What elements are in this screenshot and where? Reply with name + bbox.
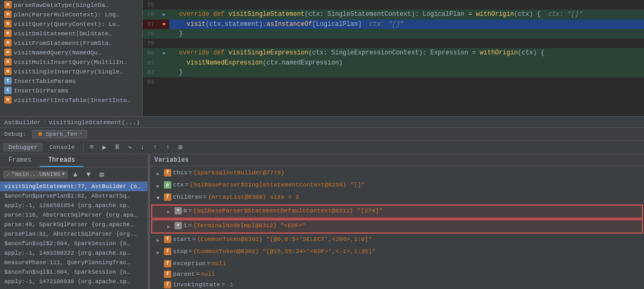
variables-list: ▶fthis = {SparkSqlAstBuilder@7778}▶pctx … <box>150 166 644 289</box>
line-marker: ● <box>159 20 169 29</box>
var-value: {CommonToken@8301} "[@0,0:5='SELECT',<20… <box>197 235 372 244</box>
file-tree-item[interactable]: mplan(ParserRuleContext): Log… <box>0 10 142 19</box>
toolbar-btn-menu[interactable]: ≡ <box>86 142 98 153</box>
frame-item[interactable]: $anonfun$parsePlan$1:82, AbstractSq… <box>0 191 148 201</box>
tab-console[interactable]: Console <box>44 143 80 152</box>
frame-item[interactable]: parse:116, AbstractSqlParser {org.apa… <box>0 210 148 220</box>
file-tree-item[interactable]: mvisitDmlStatement(DmlState… <box>0 29 142 38</box>
breadcrumb-item-1: AstBuilder <box>4 119 41 126</box>
file-icon: m <box>4 30 12 37</box>
file-tree-item[interactable]: tInsertDirParams <box>0 86 142 95</box>
line-content: visit(ctx.statement).asInstanceOf[Logica… <box>169 20 644 29</box>
file-icon: m <box>4 58 12 66</box>
frame-item[interactable]: $anonfun$sql$2:604, SparkSession {o… <box>0 239 148 248</box>
var-row: fparent = null <box>150 269 644 279</box>
tab-frames[interactable]: Frames <box>0 154 40 167</box>
line-number: 80 <box>143 48 159 58</box>
var-expand-icon[interactable]: ▶ <box>167 206 174 217</box>
line-number: 83 <box>143 77 159 87</box>
var-value: {ArrayList@8300} size = 2 <box>208 192 299 202</box>
toolbar-btn-step-out[interactable]: ↑ <box>150 142 161 153</box>
var-expand-icon[interactable]: ▶ <box>157 180 164 191</box>
var-value: {TerminalNodeImpl@8312} "<EOF>" <box>193 221 306 230</box>
var-row: finvokingState = -1 <box>150 279 644 289</box>
var-equals: = <box>188 206 192 216</box>
frame-item[interactable]: apply:-1, 1268591854 {org.apache.sp… <box>0 201 148 210</box>
debug-tab[interactable]: Spark_Ten × <box>32 130 87 138</box>
thread-down-btn[interactable]: ▼ <box>82 169 94 180</box>
toolbar-btn-run-to-cursor[interactable]: ↑ <box>162 142 174 153</box>
var-type-icon: = <box>174 207 182 215</box>
toolbar-btn-pause[interactable]: ⏸ <box>112 142 123 153</box>
chevron-down-icon: ▼ <box>62 172 65 177</box>
toolbar-btn-step-over[interactable]: ↷ <box>124 142 136 153</box>
debug-controls: ✓ "main...UNNING ▼ ▲ ▼ ▤ <box>0 167 148 182</box>
file-tree-item[interactable]: mvisitQuery(QueryContext): Lo… <box>0 19 142 29</box>
code-line: 76◆ override def visitSingleStatement(ct… <box>143 10 644 20</box>
var-expand-icon[interactable]: ▶ <box>157 247 164 258</box>
frame-item[interactable]: measurePhase:111, QueryPlanningTrac… <box>0 258 148 267</box>
breadcrumb-separator: › <box>43 119 47 126</box>
var-type-icon: = <box>174 222 182 229</box>
close-icon[interactable]: × <box>79 131 82 137</box>
var-expand-icon[interactable]: ▼ <box>157 192 164 203</box>
file-icon: m <box>4 68 12 75</box>
tab-debugger[interactable]: Debugger <box>3 143 43 152</box>
var-type-icon: p <box>164 181 171 189</box>
var-name: invokingState <box>173 280 220 289</box>
thread-up-btn[interactable]: ▲ <box>69 169 81 180</box>
file-tree-item[interactable]: mvisitNamedQuery(NamedQu… <box>0 48 142 57</box>
toolbar-btn-resume[interactable]: ▶ <box>99 142 111 153</box>
toolbar-btn-evaluate[interactable]: ⊞ <box>175 142 187 153</box>
var-expand-icon[interactable]: ▶ <box>167 221 174 232</box>
file-tree-item[interactable]: mvisitMultiInsertQuery(MultilIn… <box>0 57 142 67</box>
frame-item[interactable]: apply:-1, 1483280222 {org.apache.sp… <box>0 248 148 258</box>
variables-header: Variables <box>150 154 644 166</box>
file-tree-item[interactable]: mvisitFromStatement(FromSta… <box>0 38 142 48</box>
frame-item[interactable]: visitSingleStatement:77, AstBuilder (o… <box>0 182 148 191</box>
file-icon: m <box>4 49 12 56</box>
var-expand-icon[interactable]: ▶ <box>157 235 164 246</box>
var-type-icon: f <box>164 193 171 201</box>
var-equals: = <box>207 259 210 268</box>
line-content: override def visitSingleStatement(ctx: S… <box>169 10 644 19</box>
var-type-icon: f <box>164 271 171 278</box>
frame-item[interactable]: apply:-1, 1472186938 {org.apache.sp… <box>0 277 148 286</box>
code-line: 81 visitNamedExpression(ctx.namedExpress… <box>143 58 644 68</box>
thread-filter-btn[interactable]: ▤ <box>96 169 107 180</box>
toolbar-btn-step-into[interactable]: ↓ <box>137 142 149 153</box>
var-value: {SparkSqlAstBuilder@7778} <box>194 168 285 178</box>
file-icon: m <box>4 1 12 8</box>
line-content: } <box>169 29 644 39</box>
var-row: fexception = null <box>150 258 644 269</box>
code-line: 83 <box>143 77 644 87</box>
file-icon: m <box>4 11 12 18</box>
var-equals: = <box>222 280 225 289</box>
toolbar-separator-1 <box>83 143 84 152</box>
var-name: exception <box>173 259 206 268</box>
debug-label: Debug: <box>4 130 26 137</box>
frame-item[interactable]: $anonfun$sql$1:604, SparkSession {o… <box>0 267 148 277</box>
line-number: 81 <box>143 58 159 68</box>
var-equals: = <box>189 168 192 178</box>
var-type-icon: f <box>164 169 171 176</box>
frame-item[interactable]: parse:48, SparkSqlParser {org.apache… <box>0 220 148 229</box>
line-number: 75 <box>143 0 159 10</box>
var-row: ▶fthis = {SparkSqlAstBuilder@7778} <box>150 167 644 180</box>
file-tree-item[interactable]: tInsertTableParams <box>0 76 142 86</box>
file-tree-item[interactable]: mvisitInsertIntoTable(InsertInto… <box>0 95 142 105</box>
var-expand-icon[interactable]: ▶ <box>157 168 164 179</box>
frame-item[interactable]: parsePlan:81, AbstractSqlParser {org.… <box>0 229 148 239</box>
var-expand-icon <box>157 259 164 260</box>
var-name: stop <box>173 247 188 256</box>
var-value: null <box>211 259 226 268</box>
var-name: children <box>173 192 202 202</box>
thread-selector[interactable]: ✓ "main...UNNING ▼ <box>3 171 68 179</box>
var-row: ▶=1 = {TerminalNodeImpl@8312} "<EOF>" <box>151 219 643 234</box>
checkmark-icon: ✓ <box>6 171 10 178</box>
file-tree-item[interactable]: mparseRawDataType(SingleDa… <box>0 0 142 10</box>
tab-threads[interactable]: Threads <box>40 154 83 167</box>
var-value: {CommonToken@8302} "[@15,35:34='<EOF>',<… <box>194 247 376 256</box>
file-icon: m <box>4 39 12 46</box>
file-tree-item[interactable]: mvisitSingleInsertQuery(Single… <box>0 67 142 76</box>
